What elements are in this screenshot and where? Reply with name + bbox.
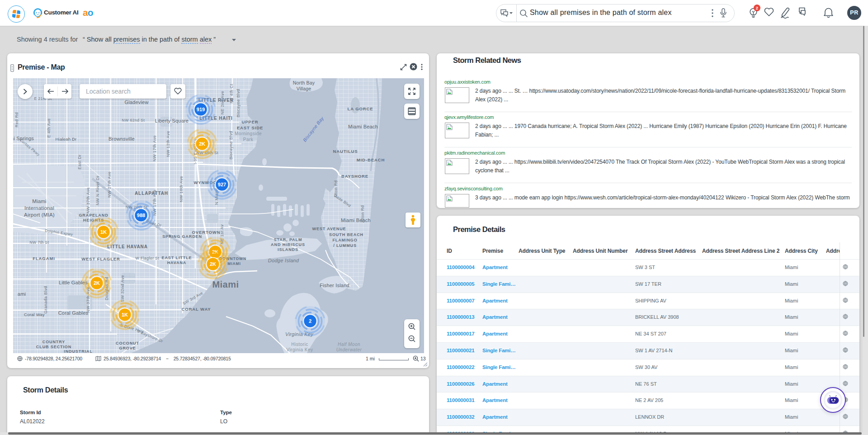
svg-text:W Flagler St: W Flagler St (136, 256, 160, 260)
svg-text:Brownsville: Brownsville (108, 136, 135, 142)
svg-text:Coral Way: Coral Way (24, 312, 45, 317)
svg-text:2K: 2K (94, 280, 100, 286)
svg-text:CORAL WAY: CORAL WAY (181, 307, 211, 312)
svg-text:Red Rd: Red Rd (14, 112, 19, 128)
svg-text:Village: Village (297, 86, 311, 91)
svg-text:Biscayne Blvd: Biscayne Blvd (236, 89, 241, 117)
svg-text:919: 919 (197, 107, 205, 112)
svg-text:Coral Gables: Coral Gables (58, 310, 89, 316)
svg-text:CLUB SECTION: CLUB SECTION (36, 345, 71, 349)
svg-text:EAST SIDE: EAST SIDE (237, 125, 263, 130)
svg-text:Park: Park (243, 137, 254, 142)
svg-text:Alton Rd: Alton Rd (334, 180, 338, 198)
svg-text:NW 12th Ave: NW 12th Ave (166, 131, 170, 157)
svg-text:GROVE: GROVE (119, 346, 136, 350)
svg-text:Alton Rd: Alton Rd (360, 205, 365, 223)
svg-text:HAVANA: HAVANA (167, 260, 187, 265)
svg-text:COUNTRY: COUNTRY (42, 340, 65, 344)
svg-text:UPPER: UPPER (241, 119, 258, 124)
svg-text:Miami: Miami (212, 279, 239, 289)
svg-text:1K: 1K (100, 229, 107, 235)
svg-text:GRAPELAND: GRAPELAND (79, 213, 108, 218)
svg-text:Historic: Historic (291, 342, 308, 347)
svg-text:COCONUT: COCONUT (116, 341, 139, 345)
svg-text:NW 37th Ave: NW 37th Ave (86, 187, 90, 213)
svg-text:E 4th Ave: E 4th Ave (47, 118, 51, 138)
svg-text:2K: 2K (210, 261, 216, 267)
svg-text:Granada Blvd: Granada Blvd (43, 286, 48, 313)
svg-text:NAUTILUS: NAUTILUS (333, 149, 358, 154)
svg-text:Airport (MIA): Airport (MIA) (24, 212, 55, 218)
svg-text:International: International (24, 205, 54, 211)
svg-text:NE 2nd Ave: NE 2nd Ave (220, 91, 225, 114)
svg-text:ISLANDS: ISLANDS (278, 247, 298, 252)
svg-text:East Dr: East Dr (77, 154, 82, 170)
svg-text:INDUSTRIAL: INDUSTRIAL (64, 349, 93, 353)
svg-text:NW N River Dr: NW N River Dr (95, 175, 100, 205)
svg-text:2: 2 (309, 318, 311, 324)
svg-text:Biscayne Blvd: Biscayne Blvd (229, 131, 233, 159)
svg-text:ami: ami (18, 291, 26, 297)
svg-text:2K: 2K (199, 141, 205, 147)
svg-text:FLAGAMI: FLAGAMI (33, 256, 55, 261)
svg-text:WEST FLAGLER: WEST FLAGLER (81, 256, 120, 261)
svg-text:988: 988 (137, 213, 145, 218)
svg-text:AND HIBISCUS: AND HIBISCUS (271, 242, 305, 247)
svg-text:STAR, PALM: STAR, PALM (274, 237, 302, 242)
svg-text:NW 27th Ave: NW 27th Ave (107, 171, 112, 198)
svg-text:MIAMI: MIAMI (227, 261, 241, 266)
svg-text:Morningside: Morningside (235, 131, 262, 136)
svg-text:EAST LITTLE: EAST LITTLE (162, 255, 192, 260)
svg-text:FLAMINGO: FLAMINGO (332, 238, 357, 242)
svg-text:NW 7th St: NW 7th St (29, 240, 49, 245)
svg-text:BAYSHORE: BAYSHORE (341, 174, 368, 179)
svg-text:Liberty Square: Liberty Square (155, 118, 189, 123)
svg-text:Half Moon: Half Moon (338, 342, 360, 347)
svg-text:NW 10th Ave: NW 10th Ave (179, 176, 184, 202)
svg-text:MID-BEACH: MID-BEACH (357, 157, 385, 162)
svg-text:Gladeview: Gladeview (124, 99, 148, 105)
svg-text:Dodge Island: Dodge Island (268, 258, 299, 263)
svg-text:927: 927 (218, 182, 226, 187)
svg-text:North Bay: North Bay (293, 80, 315, 85)
svg-text:NE 4th Ct: NE 4th Ct (229, 84, 234, 104)
svg-text:/ LUMMUS: / LUMMUS (333, 243, 357, 248)
svg-text:LITTLE HAVANA: LITTLE HAVANA (107, 244, 148, 249)
svg-text:Hialeah Dr: Hialeah Dr (56, 137, 77, 142)
svg-text:Miami Beach: Miami Beach (348, 124, 378, 129)
svg-text:Fisher Island: Fisher Island (320, 283, 349, 288)
svg-text:NW 62nd St: NW 62nd St (122, 118, 145, 123)
svg-text:SOUTH BEACH: SOUTH BEACH (329, 232, 363, 237)
svg-text:NW 17th Ave: NW 17th Ave (152, 135, 157, 161)
svg-text:Virginia Key: Virginia Key (286, 347, 313, 352)
svg-text:SW 32nd Ave: SW 32nd Ave (120, 275, 125, 302)
svg-text:LA GORCE: LA GORCE (348, 106, 373, 111)
svg-text:Underwater: Underwater (336, 347, 362, 352)
svg-text:WEST AVENUE: WEST AVENUE (312, 227, 346, 231)
svg-text:Miami: Miami (32, 199, 47, 204)
svg-text:Miami Beach: Miami Beach (341, 218, 371, 223)
svg-text:1K: 1K (122, 312, 128, 317)
svg-text:ALLAPATTAH: ALLAPATTAH (135, 191, 168, 196)
svg-text:SPRING GARDEN: SPRING GARDEN (162, 234, 202, 239)
